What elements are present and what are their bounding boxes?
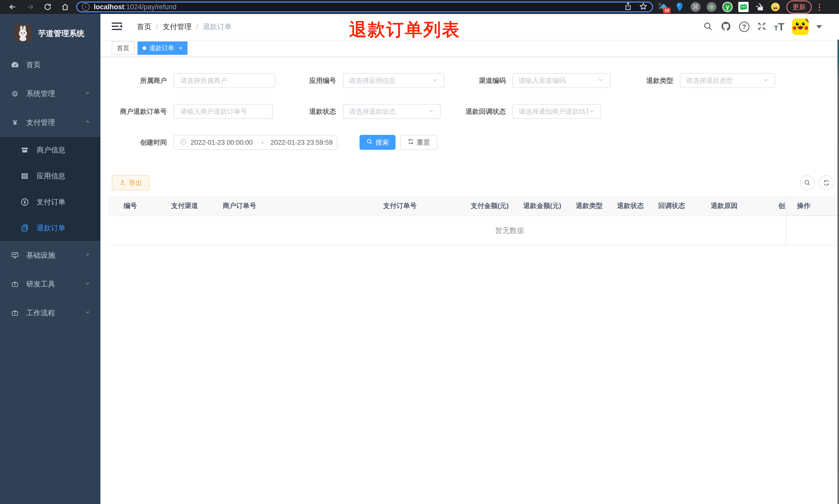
bookmark-star-icon[interactable]: [639, 2, 647, 12]
app-title: 芋道管理系统: [38, 28, 85, 39]
navbar-actions: ? TT: [703, 19, 839, 35]
extensions-bar: 10 ⌘ y: [658, 2, 781, 12]
filter-row-3: 创建时间 2022-01-23 00:00:00 - 2022-01-23 23…: [102, 135, 839, 150]
extension-devtools-icon[interactable]: 10: [658, 2, 669, 12]
extension-command-icon[interactable]: ⌘: [690, 2, 701, 12]
browser-nav: [8, 2, 70, 12]
browser-menu-icon[interactable]: ⋮: [815, 2, 824, 12]
extension-puzzle-icon[interactable]: [754, 2, 765, 12]
github-icon[interactable]: [720, 21, 731, 33]
sidebar-item-home[interactable]: 首页: [0, 51, 101, 79]
help-icon[interactable]: ?: [739, 22, 749, 32]
sidebar-item-pay[interactable]: ¥ 支付管理: [0, 108, 101, 137]
sidebar-item-refund-order[interactable]: 退款订单: [0, 215, 101, 241]
chevron-down-icon: [428, 108, 434, 115]
date-start[interactable]: 2022-01-23 00:00:00: [191, 139, 254, 146]
url-bar[interactable]: i localhost:1024/pay/refund: [76, 2, 653, 12]
font-size-icon[interactable]: TT: [774, 22, 784, 32]
sidebar-item-label: 基础设施: [26, 250, 55, 260]
refund-status-select[interactable]: 请选择退款状态: [343, 104, 441, 119]
col-pay-order-no: 支付订单号: [383, 196, 417, 216]
extension-balloon-icon[interactable]: [674, 2, 685, 12]
extension-badge: 10: [663, 7, 671, 13]
export-button[interactable]: 导出: [112, 175, 149, 191]
back-icon[interactable]: [8, 2, 18, 12]
sidebar-item-system[interactable]: ⚙ 系统管理: [0, 79, 101, 108]
forward-icon[interactable]: [25, 2, 35, 12]
sidebar-toggle-icon[interactable]: [112, 22, 122, 32]
merchant-input[interactable]: [174, 73, 275, 88]
search-button[interactable]: 搜索: [359, 135, 395, 150]
tab-active-dot: [143, 46, 146, 50]
sidebar-item-label: 首页: [26, 60, 41, 70]
app-no-select[interactable]: 请选择应用信息: [343, 73, 445, 88]
chevron-down-icon: [588, 108, 595, 115]
extension-emoji-icon[interactable]: [770, 2, 781, 12]
search-icon[interactable]: [703, 21, 713, 32]
site-info-icon[interactable]: i: [82, 3, 90, 11]
sidebar-item-merchant-info[interactable]: 商户信息: [0, 137, 101, 163]
chevron-down-icon: [432, 77, 438, 85]
date-end[interactable]: 2022-01-23 23:59:59: [270, 139, 334, 146]
chevron-down-icon: [85, 280, 91, 288]
avatar-caret-icon[interactable]: [816, 25, 822, 29]
breadcrumb-pay[interactable]: 支付管理: [163, 22, 192, 32]
share-icon[interactable]: [624, 2, 632, 12]
col-refund-reason: 退款原因: [711, 196, 737, 216]
sidebar-item-label: 工作流程: [26, 308, 55, 318]
col-merchant-order-no: 商户订单号: [223, 196, 256, 216]
page: i localhost:1024/pay/refund 10 ⌘ y 更新 ⋮: [0, 0, 839, 504]
refund-status-label: 退款状态: [273, 107, 343, 116]
sidebar-menu: 首页 ⚙ 系统管理 ¥ 支付管理 商户信息: [0, 51, 101, 327]
sidebar-item-label: 支付订单: [37, 197, 66, 207]
browser-toolbar: i localhost:1024/pay/refund 10 ⌘ y 更新 ⋮: [0, 0, 839, 14]
channel-code-select[interactable]: 请输入渠道编码: [513, 73, 610, 88]
col-refund-amount: 退款金额(元): [523, 196, 561, 216]
create-time-range-picker[interactable]: 2022-01-23 00:00:00 - 2022-01-23 23:59:5…: [174, 135, 337, 150]
reload-icon[interactable]: [43, 2, 53, 12]
tag-view-bar: 首页 退款订单 ×: [101, 40, 839, 57]
url-host: localhost: [94, 3, 124, 11]
merchant-label: 所属商户: [102, 76, 174, 85]
sidebar-item-app-info[interactable]: 应用信息: [0, 163, 101, 189]
extension-y-icon[interactable]: y: [722, 2, 733, 12]
sidebar-logo[interactable]: 芋道管理系统: [0, 14, 101, 46]
tab-close-icon[interactable]: ×: [179, 44, 182, 52]
table-toolbar: 导出: [112, 175, 834, 191]
sidebar-item-devtools[interactable]: 研发工具: [0, 270, 101, 299]
extension-chat-icon[interactable]: [738, 2, 749, 12]
sidebar-item-workflow[interactable]: 工作流程: [0, 299, 101, 327]
date-separator: -: [258, 139, 267, 146]
chevron-up-icon: [85, 119, 91, 127]
breadcrumb: 首页 / 支付管理 / 退款订单: [137, 22, 232, 32]
refund-type-label: 退款类型: [610, 76, 680, 85]
col-id: 编号: [124, 196, 137, 216]
breadcrumb-home[interactable]: 首页: [137, 22, 151, 32]
sidebar-item-pay-order[interactable]: 支付订单: [0, 189, 101, 215]
toggle-search-button[interactable]: [800, 175, 815, 190]
avatar[interactable]: [792, 19, 809, 35]
col-actions: 操作: [786, 196, 839, 216]
sidebar-item-label: 退款订单: [37, 223, 66, 233]
sidebar-item-infra[interactable]: 基础设施: [0, 241, 101, 270]
home-icon[interactable]: [60, 2, 70, 12]
search-icon: [366, 138, 373, 147]
col-pay-channel: 支付渠道: [171, 196, 198, 216]
briefcase-icon: [10, 309, 20, 317]
download-icon: [119, 178, 126, 187]
notify-status-select[interactable]: 请选择通知商户退款结果: [513, 104, 601, 119]
merchant-refund-no-input[interactable]: [174, 104, 273, 119]
shop-icon: [20, 146, 30, 154]
refresh-table-button[interactable]: [819, 175, 834, 190]
chevron-down-icon: [762, 77, 769, 85]
chevron-down-icon: [85, 309, 91, 317]
reset-button[interactable]: 重置: [400, 135, 437, 150]
tab-home[interactable]: 首页: [112, 41, 135, 55]
refresh-icon: [407, 138, 414, 147]
refund-type-select[interactable]: 请选择退款类型: [680, 73, 775, 88]
yen-icon: ¥: [10, 118, 20, 127]
tab-refund-order[interactable]: 退款订单 ×: [138, 41, 188, 55]
fullscreen-icon[interactable]: [757, 22, 766, 32]
extension-green-dot-icon[interactable]: [706, 2, 717, 12]
browser-update-button[interactable]: 更新: [786, 1, 812, 14]
